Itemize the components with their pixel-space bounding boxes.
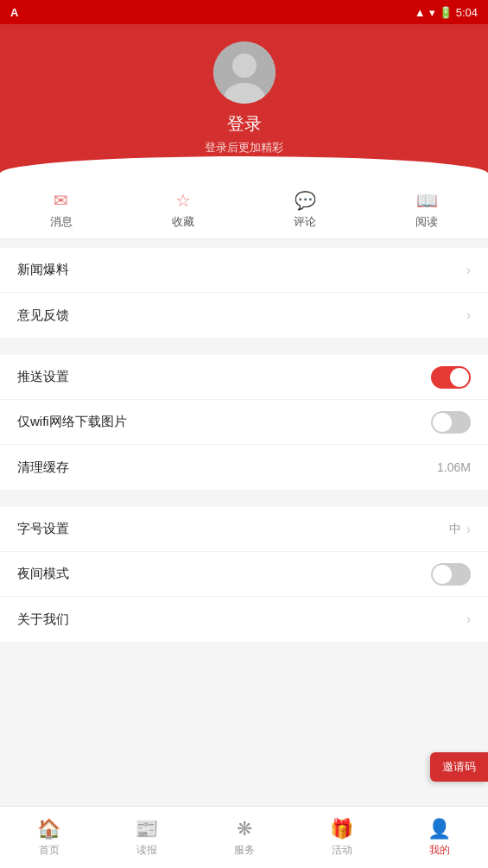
signal-icon: ▲ [415,6,426,19]
about-us-right: › [466,611,471,627]
bottom-nav-services[interactable]: ❋ 服务 [195,818,293,858]
clear-cache-right: 1.06M [437,460,471,474]
activities-icon: 🎁 [330,818,353,840]
menu-item-wifi-only[interactable]: 仅wifi网络下载图片 [0,400,488,445]
status-bar: A ▲ ▾ 🔋 5:04 [0,0,488,24]
push-settings-right [431,366,471,389]
feedback-label: 意见反馈 [17,307,69,324]
chevron-icon: › [466,522,471,537]
menu-item-about-us[interactable]: 关于我们 › [0,597,488,642]
chevron-icon: › [466,611,471,627]
bottom-nav-mine[interactable]: 👤 我的 [390,818,488,858]
home-label: 首页 [39,843,60,858]
news-tip-right: › [466,263,471,278]
menu-item-news-tip[interactable]: 新闻爆料 › [0,248,488,293]
font-settings-label: 字号设置 [17,521,69,537]
about-us-label: 关于我们 [17,611,69,628]
quick-nav-bar: ✉ 消息 ☆ 收藏 💬 评论 📖 阅读 [0,181,488,239]
menu-item-clear-cache[interactable]: 清理缓存 1.06M [0,445,488,490]
reading-label: 阅读 [415,214,438,230]
favorites-icon: ☆ [175,190,191,211]
reading-label: 读报 [136,843,157,858]
svg-point-1 [232,54,257,78]
menu-group-2: 推送设置 仅wifi网络下载图片 清理缓存 1.06M [0,355,488,490]
app-icon: A [10,6,18,19]
mine-label: 我的 [429,843,450,858]
chevron-icon: › [466,263,471,278]
comments-icon: 💬 [295,190,316,211]
activities-label: 活动 [332,843,352,858]
quick-nav-comments[interactable]: 💬 评论 [244,190,366,230]
time: 5:04 [456,6,478,19]
night-mode-toggle[interactable] [431,563,471,586]
login-subtitle: 登录后更加精彩 [205,140,283,155]
menu-item-font-settings[interactable]: 字号设置 中 › [0,507,488,552]
mine-icon: 👤 [428,818,451,840]
feedback-right: › [466,307,471,323]
services-label: 服务 [234,843,255,858]
status-bar-right: ▲ ▾ 🔋 5:04 [415,6,478,19]
comments-label: 评论 [294,214,316,230]
services-icon: ❋ [237,818,252,840]
cache-size: 1.06M [437,460,471,474]
wifi-icon: ▾ [429,6,435,19]
messages-icon: ✉ [54,190,68,211]
menu-item-feedback[interactable]: 意见反馈 › [0,293,488,338]
login-label[interactable]: 登录 [227,112,262,136]
messages-label: 消息 [50,214,73,230]
clear-cache-label: 清理缓存 [17,459,69,476]
quick-nav-reading[interactable]: 📖 阅读 [366,190,488,230]
quick-nav-messages[interactable]: ✉ 消息 [0,190,122,230]
night-mode-right [431,563,471,586]
invite-code-badge[interactable]: 邀请码 [430,752,488,782]
home-icon: 🏠 [37,818,60,840]
menu-group-1: 新闻爆料 › 意见反馈 › [0,248,488,338]
quick-nav-favorites[interactable]: ☆ 收藏 [122,190,244,230]
chevron-icon: › [466,307,471,323]
font-size-value: 中 [449,522,461,537]
section-gap-2 [0,490,488,498]
push-toggle[interactable] [431,366,471,389]
avatar[interactable] [213,41,276,104]
wifi-only-toggle[interactable] [431,411,471,434]
news-tip-label: 新闻爆料 [17,262,69,278]
battery-icon: 🔋 [439,6,453,19]
wifi-only-label: 仅wifi网络下载图片 [17,414,127,430]
bottom-nav-reading[interactable]: 📰 读报 [98,818,195,858]
reading-icon: 📰 [135,818,158,840]
menu-group-3: 字号设置 中 › 夜间模式 关于我们 › [0,507,488,642]
profile-header: 登录 登录后更加精彩 [0,24,488,181]
font-settings-right: 中 › [449,522,471,537]
wifi-only-right [431,411,471,434]
push-settings-label: 推送设置 [17,369,69,385]
bottom-nav-activities[interactable]: 🎁 活动 [293,818,390,858]
bottom-nav-home[interactable]: 🏠 首页 [0,818,98,858]
menu-item-night-mode[interactable]: 夜间模式 [0,552,488,597]
night-mode-label: 夜间模式 [17,566,69,582]
menu-item-push-settings[interactable]: 推送设置 [0,355,488,400]
favorites-label: 收藏 [172,214,194,230]
reading-icon: 📖 [416,190,438,211]
bottom-navigation: 🏠 首页 📰 读报 ❋ 服务 🎁 活动 👤 我的 [0,806,488,868]
section-gap-1 [0,338,488,346]
